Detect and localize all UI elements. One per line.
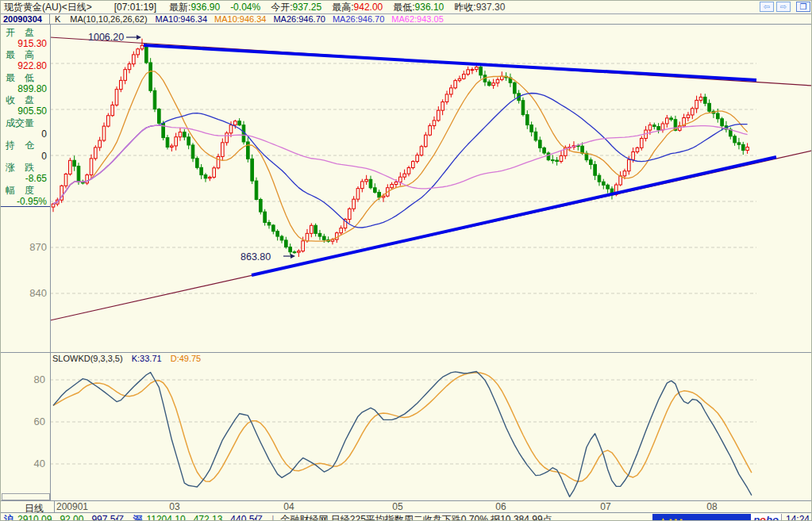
svg-text:40: 40 — [34, 458, 45, 469]
quote-prev-close: 昨收:937.30 — [454, 1, 505, 14]
quote-low: 最低:936.10 — [393, 1, 444, 14]
ticker-right-cluster: ▲▪▪▪ pobo 14:24 — [652, 514, 812, 521]
svg-text:870: 870 — [29, 241, 47, 253]
field-open: 开 盘915.30 — [1, 27, 50, 49]
cursor-date: 20090304 — [1, 14, 50, 25]
quote-high: 最高:942.00 — [332, 1, 383, 14]
ma10-value-1: MA10:946.34 — [156, 14, 207, 24]
ma-definition: MA(10,10,26,26,62) — [70, 14, 147, 24]
svg-text:840: 840 — [29, 287, 47, 299]
field-range-pct: 幅 度-0.95% — [1, 185, 50, 207]
up-arrow-icon: ▲ — [659, 515, 669, 521]
svg-text:06: 06 — [495, 501, 506, 512]
field-high: 最 高922.80 — [1, 49, 50, 71]
news-headline[interactable]: 金融财经网 日经225平均指数周二收盘下跌0.70% 报10,384.99点 — [280, 513, 552, 521]
upper-thick — [144, 45, 756, 80]
series-key-label: K — [55, 14, 60, 24]
panel-frame — [1, 25, 812, 512]
quote-open: 今开:937.25 — [271, 1, 321, 14]
x-axis-labels: 200901030405060708 — [56, 501, 718, 512]
field-open-interest: 持 仓0 — [1, 140, 50, 162]
svg-text:03: 03 — [169, 501, 180, 512]
ma-line-ma62 — [53, 125, 748, 204]
quote-change-pct: -0.04% — [230, 2, 260, 13]
ma26-value-2: MA26:946.70 — [333, 14, 384, 24]
svg-text:08: 08 — [706, 501, 718, 512]
shenzhen-index-value: 11204.10 — [146, 514, 185, 521]
svg-text:07: 07 — [600, 501, 611, 512]
promo-banner[interactable]: ▲▪▪▪ — [652, 514, 751, 521]
main-gridlines: 870840 — [29, 63, 756, 299]
field-volume: 成交量0 — [1, 117, 50, 140]
kd-legend: SLOWKD(9,3,3,5) K:33.71 D:49.75 — [52, 354, 201, 363]
shanghai-index-change: 92.00 — [60, 514, 83, 521]
ohlc-sidebar: 开 盘915.30 最 高922.80 最 低899.80 收 盘905.50 … — [1, 25, 50, 207]
chart-canvas[interactable]: 8708401006.20863.80806040200901030405060… — [1, 1, 812, 521]
svg-text:80: 80 — [34, 374, 45, 385]
header-nav-buttons: ⇦ ⇨ ❐ — [760, 2, 810, 12]
back-arrow-button[interactable]: ⇦ — [760, 2, 774, 12]
field-low: 最 低899.80 — [1, 72, 50, 94]
field-close: 收 盘905.50 — [1, 94, 50, 117]
field-change: 涨 跌-8.65 — [1, 162, 50, 184]
ticker-separator: | — [271, 514, 274, 521]
svg-text:60: 60 — [34, 416, 45, 427]
ma-line-ma10 — [53, 71, 748, 242]
lower-thick — [252, 157, 776, 275]
kd-k-value: K:33.71 — [132, 354, 162, 363]
shenzhen-index-icon: 深 — [133, 513, 142, 521]
symbol-title: 现货黄金(AU)<日线> — [4, 1, 92, 14]
trading-app-window: 8708401006.20863.80806040200901030405060… — [0, 0, 812, 521]
pobo-logo: pobo — [751, 514, 781, 521]
kd-d-value: D:49.75 — [171, 354, 202, 363]
svg-text:1006.20: 1006.20 — [88, 32, 124, 43]
banner-dots-icon: ▪▪▪ — [669, 515, 685, 521]
shenzhen-turnover: 440.5亿 — [230, 513, 264, 521]
shanghai-turnover: 997.5亿 — [91, 513, 125, 521]
svg-text:863.80: 863.80 — [241, 251, 271, 262]
ma10-value-2: MA10:946.34 — [214, 14, 266, 24]
ma-legend-bar: 20090304 K MA(10,10,26,26,62) MA10:946.3… — [1, 14, 812, 25]
quote-last: 最新:936.90 — [169, 1, 220, 14]
forward-arrow-button[interactable]: ⇨ — [776, 2, 791, 12]
ma26-value-1: MA26:946.70 — [273, 14, 325, 24]
kd-gridlines: 806040 — [34, 374, 756, 469]
shanghai-index-value: 2910.09 — [17, 514, 52, 521]
svg-text:200901: 200901 — [56, 501, 88, 512]
status-ticker: 沪 2910.09 92.00 997.5亿 深 11204.10 472.13… — [1, 512, 812, 521]
quote-bar: 现货黄金(AU)<日线> [07:01:19] 最新:936.90 -0.04%… — [1, 1, 812, 14]
kd-name: SLOWKD(9,3,3,5) — [52, 354, 123, 363]
svg-text:05: 05 — [392, 501, 403, 512]
candles — [52, 39, 749, 257]
quote-time: [07:01:19] — [114, 2, 156, 13]
shenzhen-index-change: 472.13 — [194, 514, 223, 521]
ma62-value: MA62:943.05 — [391, 14, 443, 24]
status-clock: 14:24 — [781, 514, 812, 521]
trendlines-thin — [50, 37, 812, 320]
shanghai-index-icon: 沪 — [4, 513, 13, 521]
cascade-windows-button[interactable]: ❐ — [796, 2, 810, 12]
kd-k-line — [53, 372, 752, 497]
svg-text:04: 04 — [283, 501, 294, 512]
